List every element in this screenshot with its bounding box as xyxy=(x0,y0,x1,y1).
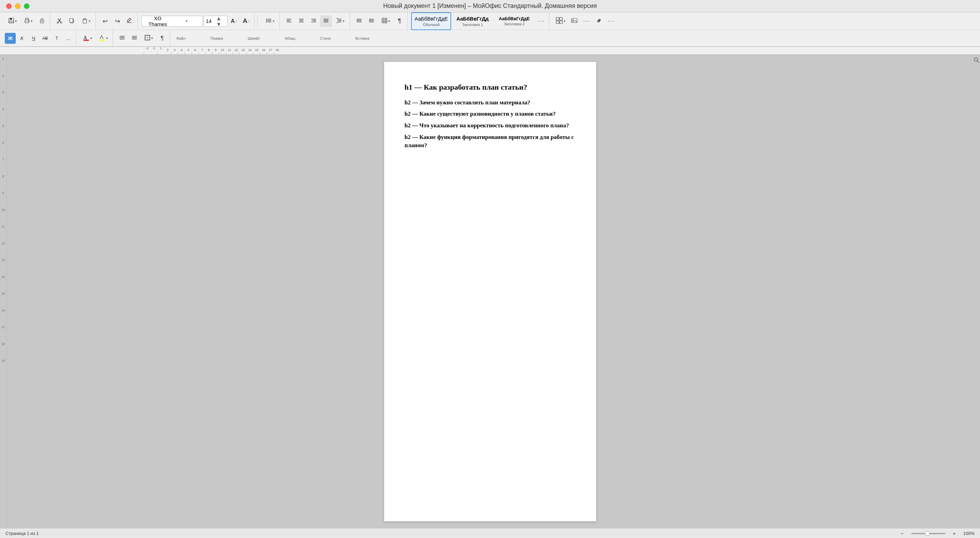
list-indent-right-button[interactable] xyxy=(129,32,140,44)
styles-more-button[interactable]: ··· xyxy=(535,15,547,27)
align-right-button[interactable] xyxy=(308,15,320,27)
style-normal[interactable]: АаБбВвГгДдЕ Обычный xyxy=(411,12,451,30)
ruler-num-19: 19 xyxy=(2,358,5,375)
line-spacing-button[interactable]: ▾ xyxy=(332,15,348,27)
svg-rect-51 xyxy=(571,19,577,22)
font-family-name: XO Thames xyxy=(144,15,171,27)
svg-point-10 xyxy=(60,22,62,23)
undo-icon: ↩ xyxy=(103,18,108,25)
copy-button[interactable] xyxy=(66,15,78,27)
svg-point-19 xyxy=(266,22,267,22)
bullet-list-button[interactable]: ▾ xyxy=(262,15,277,27)
border-button[interactable]: ▾ xyxy=(141,32,156,44)
align-left-button[interactable] xyxy=(283,15,295,27)
line-spacing-arrow: ▾ xyxy=(343,19,344,23)
paste-button[interactable]: ▾ xyxy=(78,15,93,27)
statusbar-right: − + 100% xyxy=(897,528,975,538)
font-size-control[interactable]: 14 ▲▼ xyxy=(204,16,228,27)
close-button[interactable] xyxy=(6,3,12,9)
subscript-button[interactable]: Т xyxy=(51,33,62,44)
insert-table-icon xyxy=(555,17,563,26)
style-heading2[interactable]: АаБбВвГгДдЕ Заголовок 2 xyxy=(493,12,535,30)
bold-button[interactable]: Ж xyxy=(5,33,16,44)
print-dropdown-arrow: ▾ xyxy=(31,19,32,23)
ruler-num-3: 3 xyxy=(2,90,4,107)
insert-more2-button[interactable]: ··· xyxy=(605,15,617,27)
pilcrow-button[interactable]: ¶ xyxy=(394,15,405,27)
svg-rect-4 xyxy=(25,18,29,20)
save-button[interactable]: ▾ xyxy=(5,15,20,27)
svg-rect-5 xyxy=(25,22,29,23)
ruler-num-9: 9 xyxy=(2,191,4,208)
ruler-num-12: 12 xyxy=(2,241,5,258)
underline-button[interactable]: Ч xyxy=(28,33,39,44)
italic-button[interactable]: К xyxy=(16,33,27,44)
strikethrough-button[interactable]: АВ xyxy=(40,33,51,44)
document-page[interactable]: h1 — Как разработать план статьи? h2 — З… xyxy=(384,62,596,521)
paragraph-marks-button[interactable]: ¶ xyxy=(157,33,168,44)
subscript-icon: Т xyxy=(56,35,58,41)
file-group: ▾ ▾ xyxy=(3,12,50,30)
insert-more-button[interactable]: ··· xyxy=(581,15,592,27)
zoom-minus-button[interactable]: − xyxy=(897,528,908,538)
decrease-font-button[interactable]: A ↓ xyxy=(228,15,240,27)
file-label: Файл xyxy=(174,36,188,40)
font-family-selector[interactable]: XO Thames ▾ xyxy=(141,16,203,27)
indent-decrease-button[interactable] xyxy=(353,15,365,27)
window-title: Новый документ 1 [Изменен] – МойОфис Ста… xyxy=(383,2,597,10)
edit-group: ▾ xyxy=(52,12,96,30)
eraser-button[interactable] xyxy=(124,15,135,27)
minimize-button[interactable] xyxy=(15,3,21,9)
font-color-button[interactable]: A ▾ xyxy=(80,32,95,44)
align-center-icon xyxy=(298,18,304,25)
insert-table-button[interactable]: ▾ xyxy=(553,15,568,27)
cut-button[interactable] xyxy=(54,15,65,27)
format-more-button[interactable]: ... xyxy=(63,33,74,44)
document-h1[interactable]: h1 — Как разработать план статьи? xyxy=(405,83,576,93)
align-center-button[interactable] xyxy=(296,15,307,27)
search-icon[interactable] xyxy=(974,57,980,65)
insert-link-button[interactable] xyxy=(593,15,605,27)
italic-icon: К xyxy=(21,35,24,41)
statusbar: Страница 1 из 1 − + 100% xyxy=(0,528,980,538)
table-button[interactable]: ▾ xyxy=(378,15,393,27)
security-button[interactable] xyxy=(36,15,48,27)
more-icon: ··· xyxy=(538,18,545,25)
svg-line-66 xyxy=(977,61,979,62)
svg-point-52 xyxy=(573,19,574,21)
redo-button[interactable]: ↪ xyxy=(111,15,123,27)
indent-group: ▾ ¶ xyxy=(351,12,408,30)
insert-image-button[interactable] xyxy=(568,15,580,27)
zoom-slider[interactable] xyxy=(911,533,945,534)
print-button[interactable]: ▾ xyxy=(21,15,36,27)
svg-point-65 xyxy=(974,58,978,61)
undo-button[interactable]: ↩ xyxy=(99,15,111,27)
svg-rect-47 xyxy=(556,18,559,20)
paste-dropdown-arrow: ▾ xyxy=(89,19,90,23)
list-indent-left-button[interactable] xyxy=(116,32,128,44)
increase-font-button[interactable]: A ↑ xyxy=(240,15,252,27)
right-panel xyxy=(973,55,980,528)
highlight-color-button[interactable]: ▾ xyxy=(95,32,110,44)
ruler-num-11: 11 xyxy=(2,224,5,241)
align-group: ▾ xyxy=(281,12,350,30)
document-h2-1[interactable]: h2 — Зачем нужно составлять план материа… xyxy=(405,99,576,107)
cut-icon xyxy=(56,18,63,25)
style-heading1[interactable]: АаБбВвГгДд Заголовок 1 xyxy=(452,12,493,30)
align-left-icon xyxy=(286,18,292,25)
paragraph-marks-icon: ¶ xyxy=(161,35,164,42)
save-icon xyxy=(8,18,14,25)
document-h2-3[interactable]: h2 — Что указывает на корректность подго… xyxy=(405,121,576,130)
lock-icon xyxy=(39,18,45,25)
document-canvas[interactable]: h1 — Как разработать план статьи? h2 — З… xyxy=(7,55,973,528)
toolbar-row1: ▾ ▾ xyxy=(0,12,980,30)
document-h2-4[interactable]: h2 — Какие функции форматирования пригод… xyxy=(405,133,576,150)
zoom-plus-button[interactable]: + xyxy=(949,528,960,538)
increase-font-icon: A xyxy=(243,18,247,25)
align-justify-button[interactable] xyxy=(320,15,332,27)
document-h2-2[interactable]: h2 — Какие существуют разновидности у пл… xyxy=(405,110,576,118)
insert-more2-icon: ··· xyxy=(608,18,615,25)
indent-increase-button[interactable] xyxy=(366,15,377,27)
maximize-button[interactable] xyxy=(24,3,29,9)
line-spacing-icon xyxy=(336,18,342,25)
